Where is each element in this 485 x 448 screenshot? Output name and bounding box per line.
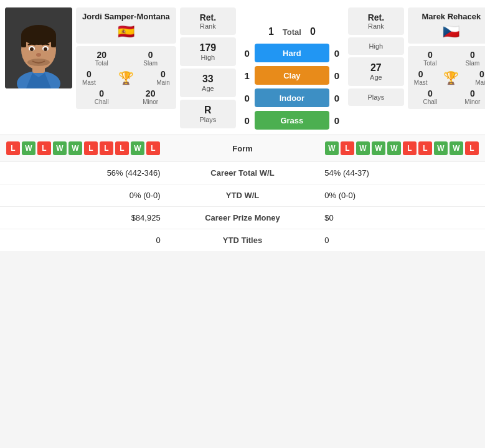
- left-player-photo: [5, 7, 72, 88]
- left-age-box: 33 Age: [180, 69, 236, 97]
- form-badge-l: L: [100, 141, 113, 155]
- right-high-box: High: [348, 37, 404, 55]
- form-badge-w: W: [356, 141, 370, 155]
- left-total-stat: 20 Total: [82, 50, 121, 67]
- svg-rect-5: [21, 35, 26, 47]
- center-surfaces: 1 Total 0 0 Hard 0 1 Clay 0 0 Indoor 0: [240, 7, 344, 130]
- form-badge-l: L: [37, 141, 51, 155]
- career-stat-row: 0YTD Titles0: [0, 229, 485, 252]
- career-stat-row: 56% (442-346)Career Total W/L54% (44-37): [0, 162, 485, 184]
- left-trophy-row: 0 Mast 🏆 0 Main: [82, 69, 170, 86]
- form-badge-w: W: [131, 141, 144, 155]
- left-minor-stat: 20 Minor: [131, 88, 169, 105]
- left-high-box: 179 High: [180, 37, 236, 66]
- indoor-row: 0 Indoor 0: [240, 88, 344, 107]
- left-mast-stat: 0 Mast: [82, 69, 96, 86]
- left-player-photo-area: [5, 7, 72, 88]
- form-badge-l: L: [6, 141, 20, 155]
- main-container: Jordi Samper-Montana 🇪🇸 20 Total 0 Slam: [0, 0, 485, 251]
- form-badge-w: W: [387, 141, 401, 155]
- indoor-button[interactable]: Indoor: [255, 88, 329, 107]
- left-trophy-icon: 🏆: [118, 70, 134, 85]
- svg-point-10: [44, 47, 47, 51]
- right-plays-box: Plays: [348, 88, 404, 106]
- form-badge-w: W: [22, 141, 35, 155]
- grass-button[interactable]: Grass: [255, 111, 329, 130]
- left-player-svg: [5, 7, 72, 88]
- left-player-stats-box: 20 Total 0 Slam 0 Mast 🏆: [76, 46, 176, 109]
- left-chall-stat: 0 Chall: [82, 88, 121, 105]
- form-badge-l: L: [115, 141, 129, 155]
- form-badge-l: L: [146, 141, 160, 155]
- left-player-info: Jordi Samper-Montana 🇪🇸 20 Total 0 Slam: [76, 7, 176, 109]
- career-stat-right: $0: [315, 207, 485, 229]
- career-stat-left: 0% (0-0): [0, 184, 170, 207]
- career-stat-label: YTD Titles: [170, 229, 316, 252]
- svg-point-9: [30, 47, 34, 51]
- right-trophy-row: 0 Mast 🏆 0 Main: [414, 69, 485, 86]
- right-player-name-box: Marek Rehacek 🇨🇿: [408, 7, 485, 44]
- right-player-stats-box: 0 Total 0 Slam 0 Mast 🏆: [408, 46, 485, 109]
- career-stat-label: Career Total W/L: [170, 162, 316, 184]
- hard-button[interactable]: Hard: [255, 44, 329, 62]
- svg-point-11: [36, 53, 41, 57]
- career-stat-right: 0% (0-0): [315, 184, 485, 207]
- form-badge-w: W: [68, 141, 82, 155]
- svg-point-12: [27, 59, 50, 66]
- form-badge-l: L: [465, 141, 479, 155]
- right-chall-stat: 0 Chall: [414, 88, 446, 105]
- form-label: Form: [224, 144, 261, 153]
- clay-row: 1 Clay 0: [240, 66, 344, 85]
- career-stat-label: YTD W/L: [170, 184, 316, 207]
- right-trophy-icon: 🏆: [443, 70, 459, 85]
- left-player-name-box: Jordi Samper-Montana 🇪🇸: [76, 7, 176, 44]
- right-total-stat: 0 Total: [414, 50, 446, 67]
- form-badge-l: L: [418, 141, 432, 155]
- career-stats-table: 56% (442-346)Career Total W/L54% (44-37)…: [0, 161, 485, 251]
- career-stat-left: 0: [0, 229, 170, 252]
- right-form-badges: WLWWWLLWWL: [325, 141, 479, 155]
- right-player-info: Marek Rehacek 🇨🇿 0 Total 0 Slam: [408, 7, 485, 109]
- right-mast-stat: 0 Mast: [414, 69, 428, 86]
- career-stat-left: 56% (442-346): [0, 162, 170, 184]
- left-slam-stat: 0 Slam: [131, 50, 169, 67]
- form-badge-l: L: [341, 141, 354, 155]
- left-middle-stats: Ret. Rank 179 High 33 Age R Plays: [180, 7, 236, 128]
- form-badge-l: L: [403, 141, 417, 155]
- career-stat-row: $84,925Career Prize Money$0: [0, 207, 485, 229]
- right-minor-stat: 0 Minor: [456, 88, 485, 105]
- right-rank-box: Ret. Rank: [348, 7, 404, 35]
- left-form-badges: LWLWWLLLWL: [6, 141, 160, 155]
- form-badge-w: W: [325, 141, 339, 155]
- form-badge-w: W: [434, 141, 448, 155]
- right-slam-stat: 0 Slam: [456, 50, 485, 67]
- career-stat-label: Career Prize Money: [170, 207, 316, 229]
- career-stat-left: $84,925: [0, 207, 170, 229]
- grass-row: 0 Grass 0: [240, 111, 344, 130]
- career-stat-right: 54% (44-37): [315, 162, 485, 184]
- form-section: LWLWWLLLWL Form WLWWWLLWWL: [0, 135, 485, 161]
- left-player-flag: 🇪🇸: [82, 24, 170, 40]
- total-row: 1 Total 0: [268, 26, 316, 37]
- right-middle-stats: Ret. Rank High 27 Age Plays: [348, 7, 404, 106]
- career-stat-right: 0: [315, 229, 485, 252]
- left-player-name: Jordi Samper-Montana: [82, 11, 170, 22]
- form-badge-w: W: [372, 141, 385, 155]
- right-main-stat: 0 Main: [475, 69, 485, 86]
- left-plays-box: R Plays: [180, 100, 236, 128]
- right-player-name: Marek Rehacek: [414, 11, 485, 22]
- form-badge-w: W: [53, 141, 67, 155]
- career-stat-row: 0% (0-0)YTD W/L0% (0-0): [0, 184, 485, 207]
- clay-button[interactable]: Clay: [255, 66, 329, 85]
- svg-rect-6: [51, 35, 56, 47]
- right-player-flag: 🇨🇿: [414, 24, 485, 40]
- right-age-box: 27 Age: [348, 57, 404, 86]
- left-rank-box: Ret. Rank: [180, 7, 236, 35]
- left-main-stat: 0 Main: [156, 69, 170, 86]
- hard-row: 0 Hard 0: [240, 44, 344, 62]
- form-badge-w: W: [450, 141, 463, 155]
- svg-point-4: [21, 25, 56, 45]
- form-badge-l: L: [84, 141, 98, 155]
